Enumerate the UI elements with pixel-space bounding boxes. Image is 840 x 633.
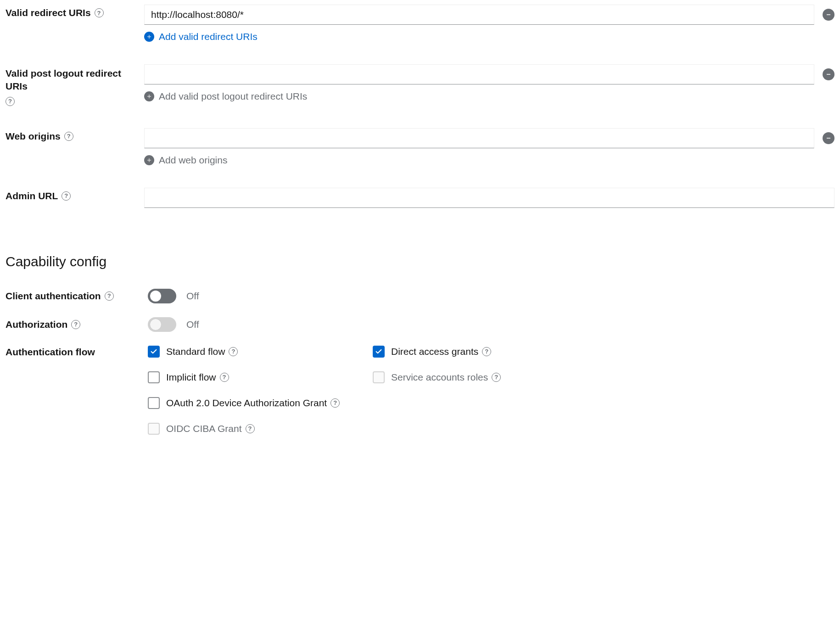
label-text: Admin URL bbox=[6, 190, 58, 202]
add-label: Add web origins bbox=[159, 155, 227, 166]
remove-post-logout-uri-button[interactable] bbox=[823, 68, 834, 80]
field-web-origins: Web origins Add web origins bbox=[6, 128, 834, 166]
flow-label: Standard flow bbox=[166, 346, 238, 357]
input-col: Add web origins bbox=[144, 128, 834, 166]
client-authentication-toggle[interactable] bbox=[148, 289, 176, 303]
input-line bbox=[144, 64, 834, 84]
oauth-device-auth-grant-option: OAuth 2.0 Device Authorization Grant bbox=[148, 397, 501, 409]
check-icon bbox=[150, 348, 157, 355]
switch-knob bbox=[150, 319, 161, 330]
add-valid-post-logout-redirect-uris-button[interactable]: Add valid post logout redirect URIs bbox=[144, 91, 834, 102]
remove-web-origin-button[interactable] bbox=[823, 132, 834, 144]
switch-knob bbox=[150, 291, 161, 302]
authentication-flow-row: Authentication flow Standard flow Direct… bbox=[6, 346, 834, 435]
help-icon[interactable] bbox=[492, 373, 501, 382]
remove-redirect-uri-button[interactable] bbox=[823, 9, 834, 21]
label-text: Standard flow bbox=[166, 346, 225, 357]
help-icon[interactable] bbox=[482, 347, 491, 356]
label-text: Service accounts roles bbox=[391, 372, 488, 383]
admin-url-input[interactable] bbox=[144, 188, 834, 208]
oauth-device-auth-grant-checkbox[interactable] bbox=[148, 397, 160, 409]
valid-redirect-uris-input[interactable] bbox=[144, 5, 814, 25]
check-icon bbox=[375, 348, 382, 355]
minus-icon bbox=[826, 135, 831, 141]
input-line bbox=[144, 5, 834, 25]
flow-label: Implicit flow bbox=[166, 372, 229, 383]
help-icon[interactable] bbox=[62, 191, 71, 201]
flow-label: OIDC CIBA Grant bbox=[166, 423, 255, 434]
label-text: Web origins bbox=[6, 131, 61, 142]
label-web-origins: Web origins bbox=[6, 128, 144, 142]
add-label: Add valid redirect URIs bbox=[159, 31, 258, 42]
minus-icon bbox=[826, 12, 831, 17]
label-text: Authorization bbox=[6, 319, 67, 330]
authorization-row: Authorization Off bbox=[6, 317, 834, 332]
input-col: Add valid redirect URIs bbox=[144, 5, 834, 42]
add-valid-redirect-uris-button[interactable]: Add valid redirect URIs bbox=[144, 31, 834, 42]
implicit-flow-option: Implicit flow bbox=[148, 371, 373, 383]
label-admin-url: Admin URL bbox=[6, 188, 144, 202]
help-icon[interactable] bbox=[64, 132, 73, 141]
add-web-origins-button[interactable]: Add web origins bbox=[144, 155, 834, 166]
help-icon[interactable] bbox=[330, 398, 340, 408]
plus-circle-icon bbox=[144, 155, 154, 165]
valid-post-logout-redirect-uris-input[interactable] bbox=[144, 64, 814, 84]
flow-label: Direct access grants bbox=[391, 346, 491, 357]
client-authentication-row: Client authentication Off bbox=[6, 289, 834, 303]
label-text: Implicit flow bbox=[166, 372, 216, 383]
help-icon[interactable] bbox=[6, 97, 15, 106]
direct-access-grants-checkbox[interactable] bbox=[373, 346, 385, 358]
authentication-flow-grid: Standard flow Direct access grants Impli… bbox=[148, 346, 501, 435]
minus-icon bbox=[826, 72, 831, 77]
client-authentication-label: Client authentication bbox=[6, 291, 148, 302]
flow-label: Service accounts roles bbox=[391, 372, 501, 383]
oidc-ciba-grant-checkbox bbox=[148, 423, 160, 435]
help-icon[interactable] bbox=[246, 424, 255, 433]
input-col: Add valid post logout redirect URIs bbox=[144, 64, 834, 102]
label-valid-redirect-uris: Valid redirect URIs bbox=[6, 5, 144, 18]
input-line bbox=[144, 128, 834, 148]
label-text: Direct access grants bbox=[391, 346, 478, 357]
implicit-flow-checkbox[interactable] bbox=[148, 371, 160, 383]
authorization-toggle[interactable] bbox=[148, 317, 176, 332]
authorization-label: Authorization bbox=[6, 319, 148, 330]
field-valid-redirect-uris: Valid redirect URIs Add valid redirect U… bbox=[6, 5, 834, 42]
help-icon[interactable] bbox=[71, 320, 80, 329]
label-text: OAuth 2.0 Device Authorization Grant bbox=[166, 398, 327, 409]
authentication-flow-label: Authentication flow bbox=[6, 346, 148, 358]
help-icon[interactable] bbox=[95, 8, 104, 17]
label-text: OIDC CIBA Grant bbox=[166, 423, 242, 434]
service-accounts-roles-option: Service accounts roles bbox=[373, 371, 501, 383]
help-icon[interactable] bbox=[229, 347, 238, 356]
plus-circle-icon bbox=[144, 91, 154, 101]
standard-flow-checkbox[interactable] bbox=[148, 346, 160, 358]
switch-state-text: Off bbox=[186, 319, 199, 330]
svg-rect-0 bbox=[827, 14, 830, 15]
switch-state-text: Off bbox=[186, 291, 199, 302]
label-text: Valid redirect URIs bbox=[6, 7, 91, 18]
flow-label: OAuth 2.0 Device Authorization Grant bbox=[166, 398, 340, 409]
web-origins-input[interactable] bbox=[144, 128, 814, 148]
help-icon[interactable] bbox=[220, 373, 229, 382]
label-text: Valid post logout redirect URIs bbox=[6, 67, 144, 93]
svg-rect-2 bbox=[827, 138, 830, 139]
label-text: Client authentication bbox=[6, 291, 101, 302]
capability-config-heading: Capability config bbox=[6, 254, 834, 269]
direct-access-grants-option: Direct access grants bbox=[373, 346, 501, 358]
plus-circle-icon bbox=[144, 32, 154, 42]
svg-rect-1 bbox=[827, 74, 830, 75]
standard-flow-option: Standard flow bbox=[148, 346, 373, 358]
service-accounts-roles-checkbox bbox=[373, 371, 385, 383]
field-admin-url: Admin URL bbox=[6, 188, 834, 208]
oidc-ciba-grant-option: OIDC CIBA Grant bbox=[148, 423, 501, 435]
input-col bbox=[144, 188, 834, 208]
field-valid-post-logout-redirect-uris: Valid post logout redirect URIs Add vali… bbox=[6, 64, 834, 106]
add-label: Add valid post logout redirect URIs bbox=[159, 91, 307, 102]
help-icon[interactable] bbox=[105, 291, 114, 301]
label-valid-post-logout-redirect-uris: Valid post logout redirect URIs bbox=[6, 64, 144, 106]
